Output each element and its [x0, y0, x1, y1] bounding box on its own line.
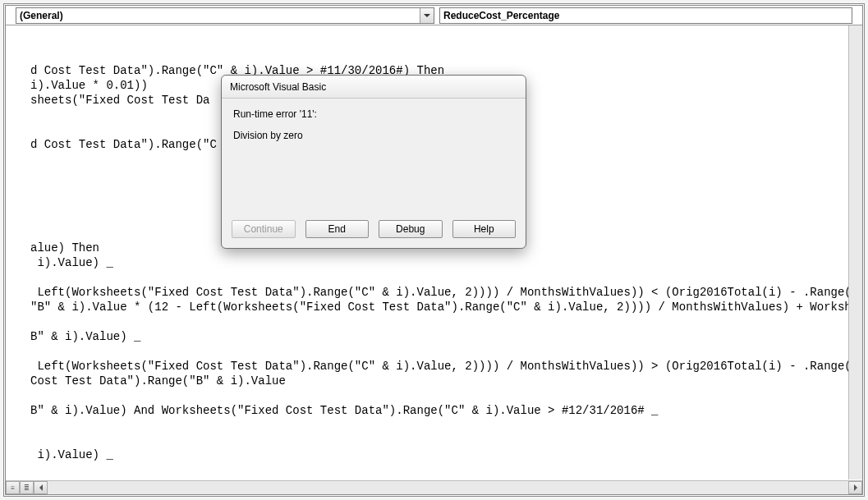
end-button[interactable]: End	[305, 220, 370, 238]
code-line	[6, 344, 862, 359]
dialog-body: Run-time error '11': Division by zero	[222, 99, 526, 213]
code-line: i).Value) _	[6, 255, 862, 270]
code-line: B" & i).Value) And Worksheets("Fixed Cos…	[6, 403, 862, 418]
scroll-left-button[interactable]	[34, 481, 48, 494]
scroll-right-button[interactable]	[848, 481, 862, 494]
chevron-down-icon	[424, 14, 430, 17]
code-line	[6, 314, 862, 329]
procedure-combo[interactable]: ReduceCost_Percentage	[439, 7, 852, 24]
view-mode-button-1[interactable]: ≡	[6, 481, 20, 494]
editor-frame: (General) ReduceCost_Percentage d Cost T…	[3, 3, 865, 497]
dialog-title: Microsoft Visual Basic	[222, 76, 526, 99]
arrow-right-icon	[854, 484, 857, 491]
error-message-text: Division by zero	[233, 130, 514, 141]
dropdown-toolbar: (General) ReduceCost_Percentage	[6, 6, 862, 25]
dialog-button-row: Continue End Debug Help	[222, 220, 526, 238]
code-line	[6, 433, 862, 447]
code-line: "B" & i).Value * (12 - Left(Worksheets("…	[6, 300, 862, 314]
code-line	[6, 477, 862, 479]
horizontal-scrollbar[interactable]: ≡ ≣	[6, 480, 862, 494]
code-line: i).Value) _	[6, 447, 862, 462]
code-line: Left(Worksheets("Fixed Cost Test Data").…	[6, 359, 862, 374]
vertical-scrollbar[interactable]	[848, 25, 862, 479]
object-combo-button[interactable]	[420, 8, 434, 23]
error-code-text: Run-time error '11':	[233, 108, 514, 120]
code-line	[6, 270, 862, 285]
code-line: Left(Worksheets("Fixed Cost Test Data").…	[6, 285, 862, 300]
continue-button: Continue	[232, 220, 296, 238]
help-button[interactable]: Help	[452, 220, 517, 238]
code-line: B" & i).Value) _	[6, 329, 862, 344]
code-line: Cost Test Data").Range("B" & i).Value	[6, 374, 862, 388]
object-combo[interactable]: (General)	[16, 7, 434, 24]
view-mode-button-2[interactable]: ≣	[20, 481, 34, 494]
arrow-left-icon	[39, 484, 43, 491]
code-line	[6, 388, 862, 403]
object-combo-text: (General)	[16, 8, 420, 23]
procedure-combo-text: ReduceCost_Percentage	[440, 8, 852, 23]
debug-button[interactable]: Debug	[379, 220, 443, 238]
error-dialog: Microsoft Visual Basic Run-time error '1…	[221, 75, 526, 249]
code-line	[6, 462, 862, 477]
code-line	[6, 418, 862, 433]
